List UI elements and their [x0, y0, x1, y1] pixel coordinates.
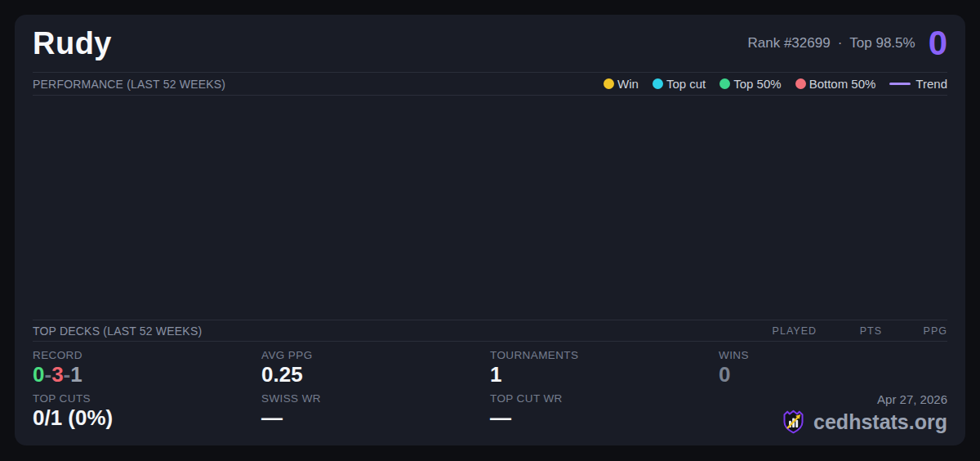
player-stats-card: Rudy Rank #32699 · Top 98.5% 0 PERFORMAN…: [15, 15, 965, 445]
legend-item-top50: Top 50%: [719, 77, 781, 91]
stat-record: RECORD 0-3-1: [33, 349, 261, 392]
stat-label: WINS: [719, 349, 947, 361]
branding-block: Apr 27, 2026 cedhstats.org: [719, 392, 947, 436]
rank-block: Rank #32699 · Top 98.5% 0: [747, 26, 947, 60]
tournaments-value: 1: [490, 363, 719, 387]
legend-label: Win: [617, 77, 639, 91]
bottom50-dot-icon: [795, 78, 806, 89]
rank-separator-dot: ·: [838, 35, 843, 51]
legend-label: Bottom 50%: [809, 77, 876, 91]
top50-dot-icon: [719, 78, 730, 89]
legend-item-bottom50: Bottom 50%: [795, 77, 876, 91]
column-header-ppg: PPG: [882, 325, 947, 337]
top-decks-section-header: TOP DECKS (LAST 52 WEEKS) PLAYED PTS PPG: [33, 320, 947, 342]
top-cut-wr-value: —: [490, 406, 719, 431]
brand-row: cedhstats.org: [780, 409, 947, 436]
column-header-played: PLAYED: [751, 325, 817, 337]
player-name: Rudy: [33, 26, 112, 61]
legend-label: Top cut: [666, 77, 706, 91]
record-draws: 1: [70, 362, 82, 387]
record-value: 0-3-1: [33, 363, 261, 387]
win-dot-icon: [604, 78, 614, 89]
rank-info: Rank #32699 · Top 98.5%: [747, 35, 915, 51]
stat-tournaments: TOURNAMENTS 1: [490, 349, 719, 392]
legend-item-top-cut: Top cut: [653, 77, 706, 91]
swiss-wr-value: —: [261, 406, 490, 431]
avg-ppg-value: 0.25: [261, 363, 490, 387]
performance-chart-plot-area: [15, 96, 965, 320]
card-header: Rudy Rank #32699 · Top 98.5% 0: [15, 15, 965, 72]
performance-section-title: PERFORMANCE (LAST 52 WEEKS): [33, 78, 225, 91]
record-losses: 3: [51, 362, 63, 387]
record-wins: 0: [33, 362, 44, 387]
stat-label: TOP CUT WR: [490, 392, 719, 405]
column-header-pts: PTS: [817, 325, 882, 337]
page: { "colors": { "background": "#0d0e12", "…: [0, 0, 980, 461]
legend-label: Trend: [915, 77, 947, 91]
stat-top-cut-wr: TOP CUT WR —: [490, 392, 719, 436]
chart-legend: Win Top cut Top 50% Bottom 50% Trend: [604, 77, 947, 91]
top-decks-section-title: TOP DECKS (LAST 52 WEEKS): [33, 324, 202, 338]
stat-wins: WINS 0: [719, 349, 947, 392]
top-cut-dot-icon: [653, 78, 663, 89]
legend-item-trend: Trend: [889, 77, 947, 91]
wins-value: 0: [719, 363, 947, 387]
stat-label: TOURNAMENTS: [490, 349, 719, 361]
stat-swiss-wr: SWISS WR —: [261, 392, 490, 436]
stat-top-cuts: TOP CUTS 0/1 (0%): [33, 392, 261, 436]
top-percent-text: Top 98.5%: [849, 35, 915, 51]
record-separator: -: [44, 362, 51, 387]
trend-line-icon: [889, 83, 911, 85]
trophy-count-badge: 0: [929, 26, 947, 60]
legend-item-win: Win: [604, 77, 639, 91]
top-cuts-value: 0/1 (0%): [33, 406, 261, 431]
date-text: Apr 27, 2026: [877, 392, 947, 406]
stat-avg-ppg: AVG PPG 0.25: [261, 349, 490, 392]
stat-label: AVG PPG: [261, 349, 490, 361]
stat-label: SWISS WR: [261, 392, 490, 405]
stat-label: RECORD: [33, 349, 261, 361]
stats-grid: RECORD 0-3-1 AVG PPG 0.25 TOURNAMENTS 1 …: [15, 342, 965, 445]
legend-label: Top 50%: [733, 77, 781, 91]
performance-section-header: PERFORMANCE (LAST 52 WEEKS) Win Top cut …: [33, 72, 947, 96]
top-decks-column-headers: PLAYED PTS PPG: [751, 325, 947, 337]
record-separator: -: [64, 362, 71, 387]
rank-text: Rank #32699: [747, 35, 830, 51]
cedhstats-brand-link[interactable]: cedhstats.org: [813, 412, 947, 432]
cedhstats-shield-logo-icon: [780, 409, 807, 436]
stat-label: TOP CUTS: [33, 392, 261, 405]
